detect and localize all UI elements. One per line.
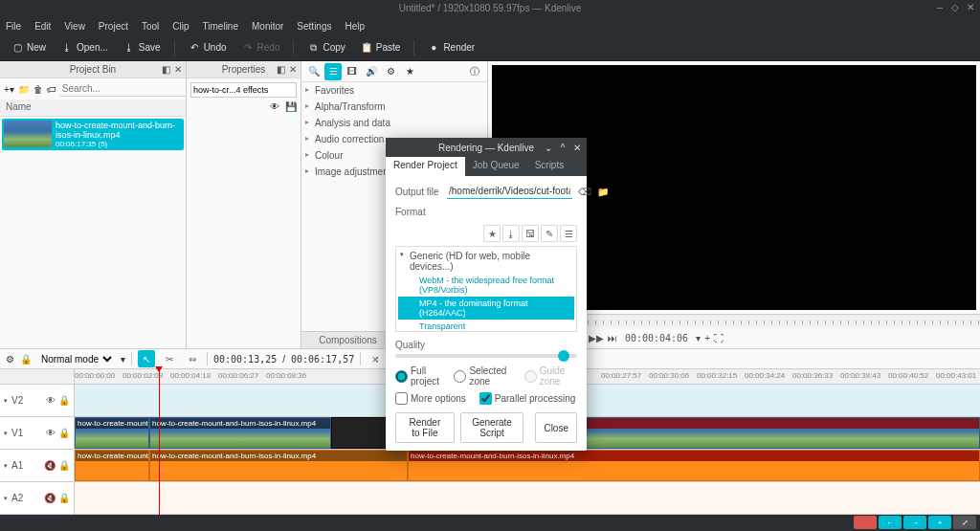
status-red-icon[interactable] [854,516,877,529]
redo-button[interactable]: ↷Redo [236,39,286,56]
video-clip[interactable]: how-to-create-mount-and-burn-isos-in-lin… [149,417,331,449]
output-file-input[interactable] [447,184,572,199]
lock-icon[interactable]: 🔒 [58,395,70,406]
generate-script-button[interactable]: Generate Script [460,412,524,443]
menu-file[interactable]: File [6,21,21,32]
mix-icon[interactable]: ⤨ [367,350,384,367]
info-icon[interactable]: ⓘ [466,63,483,80]
panel-close-icon[interactable]: ✕ [174,64,182,75]
compositions-tab[interactable]: Compositions [301,332,394,348]
lock-icon[interactable]: 🔒 [20,354,32,365]
menu-edit[interactable]: Edit [34,21,51,32]
timecode-display[interactable]: 00:00:04:06 [621,333,692,343]
effects-category[interactable]: Favorites [301,82,487,99]
menu-clip[interactable]: Clip [172,21,189,32]
undo-button[interactable]: ↶Undo [183,39,233,56]
effects-category[interactable]: Analysis and data [301,115,487,131]
lock-icon[interactable]: 🔒 [58,460,70,471]
dialog-max-icon[interactable]: ^ [557,142,568,153]
format-group[interactable]: Generic (HD for web, mobile devices...) [398,249,574,274]
minimize-icon[interactable]: – [934,2,946,13]
dialog-titlebar[interactable]: Rendering — Kdenlive ⌄ ^ ✕ [386,138,587,157]
search-icon[interactable]: 🔍 [305,63,323,80]
status-btn[interactable]: ← [879,516,902,529]
mute-icon[interactable]: 🔇 [44,493,56,503]
status-btn[interactable]: + [928,516,951,529]
razor-tool[interactable]: ✂ [161,350,178,367]
copy-button[interactable]: ⧉Copy [301,39,350,56]
effects-combo[interactable] [190,82,297,98]
slider-thumb[interactable] [558,350,569,362]
next-frame-icon[interactable]: ▶▶ [589,333,604,343]
edit-mode-select[interactable]: Normal mode [37,353,115,365]
fullscreen-icon[interactable]: ⛶ [714,333,724,343]
selected-zone-radio[interactable]: Selected zone [454,365,516,387]
close-button[interactable]: Close [535,412,577,443]
scripts-tab[interactable]: Scripts [527,157,572,176]
open-button[interactable]: ⭳Open... [56,39,114,56]
save-button[interactable]: ⭳Save [118,39,167,56]
undock-icon[interactable]: ◧ [277,64,285,75]
playhead[interactable] [159,369,160,515]
gpu-icon[interactable]: ⚙ [382,63,399,80]
panel-close-icon[interactable]: ✕ [289,64,297,75]
close-icon[interactable]: ✕ [965,2,976,13]
status-btn[interactable]: → [903,516,926,529]
audio-clip[interactable]: how-to-create-mount-and-burn-isos-in-lin… [408,450,980,481]
clear-icon[interactable]: ⌫ [578,184,591,199]
search-input[interactable] [60,81,186,97]
video-clip[interactable]: how-to-create-mount-and- [75,417,149,449]
plus-icon[interactable]: + [704,333,710,343]
render-button[interactable]: ●Render [422,39,480,56]
video-icon[interactable]: 🎞 [344,63,361,80]
audio-clip[interactable]: how-to-create-mount-and-burn-isos-in-lin… [149,450,408,481]
paste-button[interactable]: 📋Paste [355,39,407,56]
full-project-radio[interactable]: Full project [395,365,446,387]
menu-view[interactable]: View [64,21,85,32]
save-format-icon[interactable]: 🖫 [522,225,539,242]
maximize-icon[interactable]: ◇ [949,2,961,13]
dropdown-icon[interactable]: ▾ [696,333,701,343]
add-icon[interactable]: +▾ [4,84,14,95]
select-tool[interactable]: ↖ [138,350,155,367]
menu-tool[interactable]: Tool [142,21,159,32]
effects-category[interactable]: Alpha/Transform [301,99,487,115]
render-project-tab[interactable]: Render Project [386,157,465,176]
menu-settings[interactable]: Settings [297,21,331,32]
menu-monitor[interactable]: Monitor [252,21,283,32]
forward-icon[interactable]: ⏭ [608,333,617,343]
edit-format-icon[interactable]: ✎ [541,225,558,242]
mode-dropdown-icon[interactable]: ▾ [121,354,125,365]
format-item[interactable]: Transparent [398,320,574,332]
mute-icon[interactable]: 👁 [46,395,56,406]
format-tree[interactable]: Generic (HD for web, mobile devices...) … [395,246,577,332]
spacer-tool[interactable]: ⇔ [184,350,201,367]
render-to-file-button[interactable]: Render to File [395,412,455,443]
format-item[interactable]: WebM - the widespread free format (VP8/V… [398,274,574,297]
delete-icon[interactable]: 🗑 [33,84,43,95]
audio-clip[interactable]: how-to-create-mount-and- [75,450,149,481]
browse-icon[interactable]: 📁 [597,184,609,199]
status-btn[interactable]: ⤢ [953,516,976,529]
job-queue-tab[interactable]: Job Queue [465,157,527,176]
more-options-checkbox[interactable]: More options [395,392,466,405]
dialog-min-icon[interactable]: ⌄ [543,142,554,153]
tag-icon[interactable]: 🏷 [47,84,56,95]
list-main-icon[interactable]: ☰ [324,63,342,80]
fav-format-icon[interactable]: ★ [483,225,501,242]
name-column-header[interactable]: Name [0,100,186,117]
quality-slider[interactable] [395,354,577,358]
visibility-icon[interactable]: 👁 [270,101,279,112]
menu-help[interactable]: Help [345,21,366,32]
download-format-icon[interactable]: ⭳ [502,225,520,242]
audio-icon[interactable]: 🔊 [363,63,380,80]
favorite-icon[interactable]: ★ [401,63,418,80]
delete-format-icon[interactable]: ☰ [560,225,577,242]
lock-icon[interactable]: 🔒 [58,493,70,503]
mute-icon[interactable]: 🔇 [44,460,56,471]
menu-timeline[interactable]: Timeline [203,21,238,32]
save-preset-icon[interactable]: 💾 [285,101,297,112]
lock-icon[interactable]: 🔒 [58,428,70,438]
undock-icon[interactable]: ◧ [162,64,170,75]
menu-project[interactable]: Project [99,21,128,32]
